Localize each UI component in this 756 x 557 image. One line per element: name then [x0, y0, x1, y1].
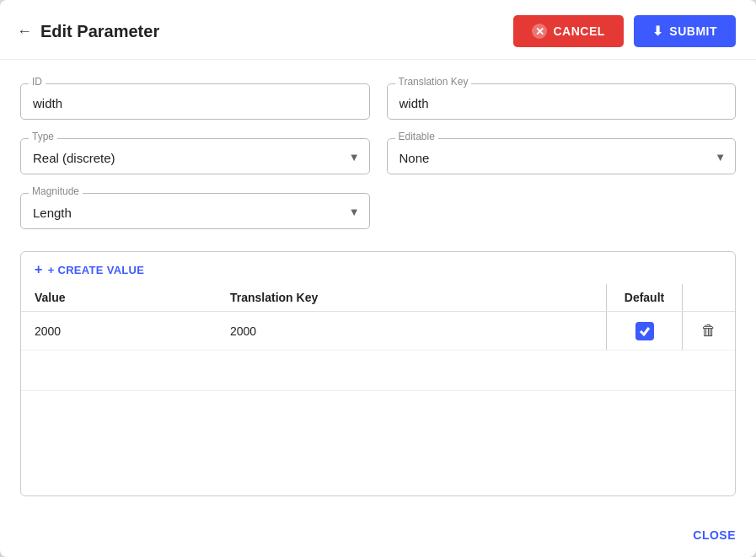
actions-column-header: [683, 284, 736, 312]
magnitude-row: Magnitude Length Area Volume Angle ▼: [20, 193, 736, 229]
cancel-button[interactable]: ✕ CANCEL: [513, 15, 623, 47]
magnitude-field: Magnitude Length Area Volume Angle ▼: [20, 193, 370, 229]
default-checkbox[interactable]: [635, 322, 654, 340]
magnitude-label: Magnitude: [29, 185, 83, 197]
id-label: ID: [29, 76, 46, 88]
editable-select-wrapper: None Always On creation ▼: [387, 138, 737, 174]
dialog-header: ← Edit Parameter ✕ CANCEL ⬇ SUBMIT: [0, 0, 756, 60]
type-field: Type Real (discrete) Integer String Bool…: [20, 138, 370, 174]
cancel-x-icon: ✕: [532, 24, 547, 39]
dialog-body: ID Translation Key Type Real (discrete) …: [0, 60, 756, 517]
header-left: ← Edit Parameter: [17, 22, 159, 41]
editable-select[interactable]: None Always On creation: [387, 138, 737, 174]
table-header-row: Value Translation Key Default: [21, 284, 735, 312]
default-column-header: Default: [607, 284, 683, 312]
type-label: Type: [29, 131, 57, 142]
type-select[interactable]: Real (discrete) Integer String Boolean: [20, 138, 370, 174]
create-value-label: + CREATE VALUE: [48, 264, 145, 276]
values-table: Value Translation Key Default 2000 2000: [21, 284, 735, 391]
row-default-cell: [607, 312, 683, 351]
page-title: Edit Parameter: [40, 22, 159, 41]
translation-key-column-header: Translation Key: [217, 284, 607, 312]
row-actions-cell: 🗑: [683, 312, 736, 351]
row-translation-key: 2000: [217, 312, 607, 351]
plus-icon: +: [35, 262, 43, 277]
create-value-button[interactable]: + + CREATE VALUE: [21, 252, 158, 284]
editable-field: Editable None Always On creation ▼: [387, 138, 737, 174]
translation-key-input[interactable]: [387, 83, 737, 120]
cancel-label: CANCEL: [553, 24, 604, 38]
id-translation-row: ID Translation Key: [20, 83, 736, 120]
submit-icon: ⬇: [652, 24, 664, 39]
submit-button[interactable]: ⬇ SUBMIT: [634, 15, 736, 47]
back-arrow-icon[interactable]: ←: [17, 23, 32, 40]
type-select-wrapper: Real (discrete) Integer String Boolean ▼: [20, 138, 370, 174]
id-input[interactable]: [20, 83, 370, 120]
type-editable-row: Type Real (discrete) Integer String Bool…: [20, 138, 736, 174]
submit-label: SUBMIT: [669, 24, 717, 38]
dialog-footer: CLOSE: [0, 517, 756, 557]
header-actions: ✕ CANCEL ⬇ SUBMIT: [513, 15, 736, 47]
id-field: ID: [20, 83, 370, 120]
translation-key-field: Translation Key: [387, 83, 737, 120]
empty-table-row: [21, 351, 735, 391]
delete-row-button[interactable]: 🗑: [696, 320, 721, 341]
magnitude-select-wrapper: Length Area Volume Angle ▼: [20, 193, 370, 229]
row-value: 2000: [21, 312, 217, 351]
editable-label: Editable: [395, 131, 438, 142]
value-column-header: Value: [21, 284, 217, 312]
table-row: 2000 2000 🗑: [21, 312, 735, 351]
translation-key-label: Translation Key: [395, 76, 472, 88]
magnitude-select[interactable]: Length Area Volume Angle: [20, 193, 370, 229]
close-button[interactable]: CLOSE: [693, 525, 736, 545]
values-section: + + CREATE VALUE Value Translation Key D…: [20, 251, 736, 496]
edit-parameter-dialog: ← Edit Parameter ✕ CANCEL ⬇ SUBMIT ID Tr…: [0, 0, 756, 557]
